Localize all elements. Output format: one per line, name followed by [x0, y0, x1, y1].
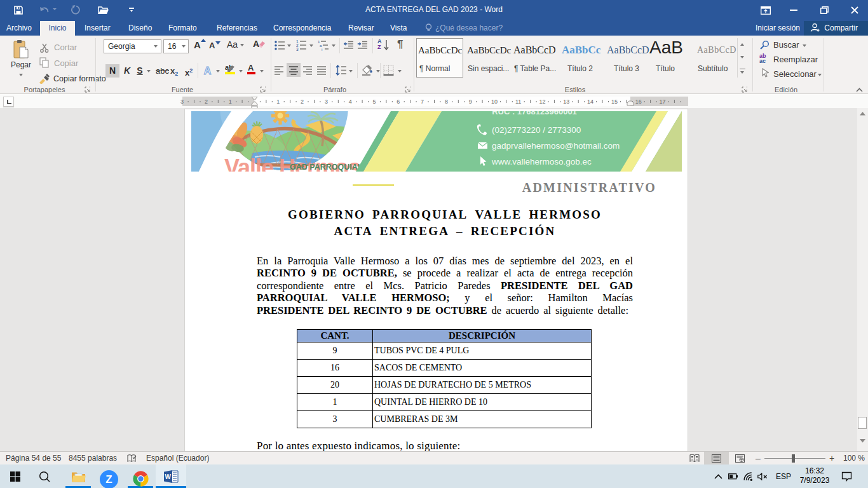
svg-text:12: 12: [539, 98, 545, 105]
svg-text:3: 3: [180, 98, 184, 105]
svg-text:i: i: [322, 48, 322, 51]
svg-text:2: 2: [205, 98, 208, 105]
svg-text:13: 13: [563, 98, 569, 105]
svg-text:www.vallehermoso.gob.ec: www.vallehermoso.gob.ec: [491, 157, 592, 166]
svg-text:1: 1: [276, 98, 280, 105]
svg-text:gadprvallehermoso@hotmail.com: gadprvallehermoso@hotmail.com: [492, 141, 620, 151]
svg-text:17: 17: [659, 98, 665, 105]
svg-text:W: W: [165, 473, 172, 480]
svg-text:8: 8: [445, 98, 448, 105]
svg-text:GAD PARROQUIAL: GAD PARROQUIAL: [290, 163, 363, 172]
svg-text:3: 3: [325, 98, 328, 105]
svg-text:3: 3: [296, 47, 299, 51]
svg-text:9: 9: [469, 98, 472, 105]
svg-text:14: 14: [587, 98, 593, 105]
svg-text:7: 7: [421, 98, 424, 105]
svg-text:RUC : 1768123960001: RUC : 1768123960001: [492, 111, 577, 116]
svg-text:5: 5: [372, 98, 376, 105]
svg-text:A: A: [204, 65, 212, 76]
svg-text:1: 1: [229, 98, 232, 105]
svg-text:16: 16: [635, 98, 642, 105]
svg-text:4: 4: [349, 98, 352, 105]
svg-text:6: 6: [397, 98, 400, 105]
svg-text:2: 2: [301, 98, 304, 105]
svg-text:10: 10: [491, 98, 498, 105]
svg-text:11: 11: [515, 98, 521, 105]
svg-text:(02)2773220 / 2773300: (02)2773220 / 2773300: [492, 125, 581, 135]
svg-text:15: 15: [611, 98, 618, 105]
